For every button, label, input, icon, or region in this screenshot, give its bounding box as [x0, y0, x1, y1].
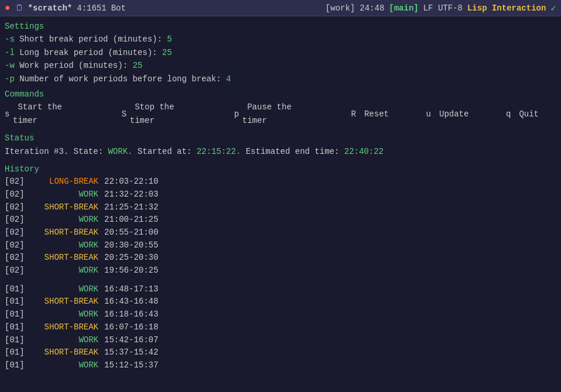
setting-desc-2: Work period (minutes): [19, 61, 132, 70]
cmd-key-p: p [234, 108, 242, 121]
dot-icon: ● [5, 3, 11, 13]
hist-index: [02] [5, 201, 28, 214]
encoding: LF UTF-8 [423, 4, 463, 13]
hist-type: LONG-BREAK [28, 176, 98, 188]
cmd-desc-u: Update [435, 108, 488, 121]
hist-index: [02] [5, 214, 28, 226]
hist-type: WORK [28, 308, 98, 321]
position: 4:1651 [77, 4, 106, 13]
hist-index: [02] [5, 252, 28, 264]
cmd-key-R: R [351, 108, 360, 121]
hist-index: [01] [5, 308, 28, 321]
history-row-0-7: [02] WORK 19:56-20:25 [5, 264, 556, 277]
history-label: History [5, 163, 556, 176]
mode: Bot [111, 4, 126, 13]
hist-time: 15:12-15:37 [104, 359, 158, 372]
setting-key-3: -p [5, 74, 15, 84]
cmd-key-S: S [122, 108, 130, 121]
history-row-0-5: [02] WORK 20:30-20:55 [5, 239, 556, 252]
status-line: Iteration #3. State: WORK. Started at: 2… [5, 145, 556, 158]
setting-row-2: -w Work period (minutes): 25 [5, 59, 556, 72]
history-row-1-2: [01] WORK 16:18-16:43 [5, 308, 556, 321]
status-started-time: 22:15:22. [197, 147, 241, 156]
time-display: 24:48 [360, 4, 384, 13]
hist-type: SHORT-BREAK [28, 295, 98, 308]
status-estimated-label: Estimated end time: [246, 147, 344, 156]
hist-time: 19:56-20:25 [104, 264, 158, 277]
history-row-1-3: [01] SHORT-BREAK 16:07-16:18 [5, 321, 556, 334]
work-label: [work] [326, 4, 355, 13]
commands-label: Commands [5, 88, 556, 101]
status-section: Status Iteration #3. State: WORK. Starte… [5, 132, 556, 158]
history-row-1-0: [01] WORK 16:48-17:13 [5, 283, 556, 296]
hist-type: WORK [28, 214, 98, 226]
hist-time: 20:55-21:00 [104, 226, 158, 239]
hist-type: WORK [28, 264, 98, 277]
main-content: Settings -s Short break period (minutes)… [0, 16, 561, 376]
history-section: History [02] LONG-BREAK 22:03-22:10 [02]… [5, 163, 556, 372]
setting-row-0: -s Short break period (minutes): 5 [5, 33, 556, 46]
setting-value-2: 25 [132, 61, 142, 70]
status-started-label: Started at: [138, 147, 197, 156]
history-group-0: [02] LONG-BREAK 22:03-22:10 [02] WORK 21… [5, 176, 556, 277]
history-row-1-5: [01] SHORT-BREAK 15:37-15:42 [5, 346, 556, 359]
hist-time: 16:18-16:43 [104, 308, 158, 321]
hist-time: 16:07-16:18 [104, 321, 158, 334]
hist-time: 22:03-22:10 [104, 176, 158, 188]
history-row-0-1: [02] WORK 21:32-22:03 [5, 188, 556, 201]
history-row-1-1: [01] SHORT-BREAK 16:43-16:48 [5, 295, 556, 308]
lisp-icon: 🗒 [15, 4, 23, 13]
lisp-mode: Lisp Interaction [467, 4, 546, 13]
hist-time: 20:25-20:30 [104, 252, 158, 264]
hist-type: SHORT-BREAK [28, 252, 98, 264]
hist-index: [02] [5, 264, 28, 277]
history-row-0-4: [02] SHORT-BREAK 20:55-21:00 [5, 226, 556, 239]
hist-type: WORK [28, 283, 98, 296]
hist-index: [01] [5, 295, 28, 308]
cmd-desc-q: Quit [514, 108, 539, 121]
setting-key-1: -l [5, 48, 15, 57]
cmd-key-q: q [506, 108, 514, 121]
hist-type: WORK [28, 188, 98, 201]
hist-type: SHORT-BREAK [28, 346, 98, 359]
hist-time: 20:30-20:55 [104, 239, 158, 252]
settings-label: Settings [5, 20, 556, 33]
hist-type: SHORT-BREAK [28, 321, 98, 334]
cmd-desc-p: Pause the timer [242, 101, 334, 127]
commands-line: s Start the timer S Stop the timer p Pau… [5, 101, 556, 127]
hist-type: WORK [28, 239, 98, 252]
hist-type: WORK [28, 359, 98, 372]
status-state: WORK. [108, 147, 132, 156]
hist-index: [01] [5, 346, 28, 359]
history-gap [5, 277, 556, 283]
setting-row-1: -l Long break period (minutes): 25 [5, 46, 556, 59]
cmd-key-s: s [5, 108, 13, 121]
cmd-desc-R: Reset [360, 108, 409, 121]
hist-time: 21:25-21:32 [104, 201, 158, 214]
hist-time: 21:00-21:25 [104, 214, 158, 226]
hist-time: 15:42-16:07 [104, 334, 158, 347]
history-row-0-0: [02] LONG-BREAK 22:03-22:10 [5, 176, 556, 188]
history-row-0-6: [02] SHORT-BREAK 20:25-20:30 [5, 252, 556, 264]
main-tag: [main] [389, 4, 418, 13]
history-group-1: [01] WORK 16:48-17:13 [01] SHORT-BREAK 1… [5, 283, 556, 372]
hist-index: [02] [5, 239, 28, 252]
hist-time: 21:32-22:03 [104, 188, 158, 201]
hist-index: [01] [5, 283, 28, 296]
hist-index: [02] [5, 226, 28, 239]
history-row-0-2: [02] SHORT-BREAK 21:25-21:32 [5, 201, 556, 214]
history-row-0-3: [02] WORK 21:00-21:25 [5, 214, 556, 226]
hist-index: [01] [5, 334, 28, 347]
setting-desc-0: Short break period (minutes): [19, 35, 167, 44]
check-icon: ✓ [550, 2, 556, 14]
status-estimated-time: 22:40:22 [344, 147, 384, 156]
hist-time: 15:37-15:42 [104, 346, 158, 359]
hist-index: [02] [5, 176, 28, 188]
hist-index: [01] [5, 359, 28, 372]
hist-time: 16:43-16:48 [104, 295, 158, 308]
setting-value-1: 25 [162, 48, 172, 57]
setting-desc-3: Number of work periods before long break… [19, 74, 226, 84]
setting-key-2: -w [5, 61, 15, 70]
hist-type: WORK [28, 334, 98, 347]
hist-index: [01] [5, 321, 28, 334]
